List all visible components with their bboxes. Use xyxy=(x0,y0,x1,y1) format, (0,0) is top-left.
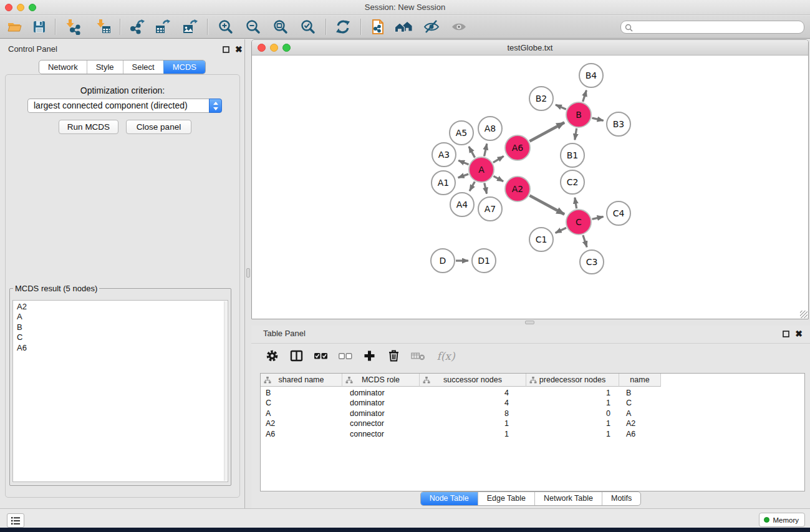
graph-edge[interactable] xyxy=(485,183,487,193)
graph-edge[interactable] xyxy=(583,235,587,247)
mcds-result-group: MCDS result (5 nodes) A2ABCA6 xyxy=(9,284,231,486)
table-row[interactable]: A2connector11A2 xyxy=(261,418,804,428)
refresh-icon[interactable] xyxy=(334,18,352,36)
graph-edge[interactable] xyxy=(458,160,468,165)
table-cell: A xyxy=(261,409,342,418)
column-header[interactable]: predecessor nodes xyxy=(526,374,619,387)
show-columns-icon[interactable] xyxy=(289,349,304,363)
tab-select[interactable]: Select xyxy=(123,60,163,74)
tab-edge-table[interactable]: Edge Table xyxy=(478,492,534,505)
app-titlebar: Session: New Session xyxy=(0,0,810,15)
tab-network-table[interactable]: Network Table xyxy=(534,492,602,505)
function-builder-icon[interactable]: f(x) xyxy=(435,349,456,363)
mcds-result-item[interactable]: C xyxy=(13,332,228,342)
table-row[interactable]: Bdominator41B xyxy=(261,388,804,398)
mcds-result-list[interactable]: A2ABCA6 xyxy=(12,300,228,482)
add-row-icon[interactable] xyxy=(362,349,377,363)
zoom-selected-icon[interactable] xyxy=(299,18,317,36)
export-table-icon[interactable] xyxy=(154,18,171,36)
tab-node-table[interactable]: Node Table xyxy=(421,492,478,505)
graph-edge[interactable] xyxy=(470,181,475,191)
network-window-title: testGlobe.txt xyxy=(252,40,808,56)
network-canvas[interactable]: B4B2BB3A5A8A6A3B1AA1C2A2A4A7C4CC1C3DD1 xyxy=(252,56,808,319)
status-bar: Memory xyxy=(0,508,810,528)
optimization-criterion-label: Optimization criterion: xyxy=(6,85,239,95)
zoom-out-icon[interactable] xyxy=(244,18,262,36)
table-cell: 1 xyxy=(526,388,619,398)
graph-node-label: A1 xyxy=(438,178,449,188)
graph-edge[interactable] xyxy=(469,147,475,158)
table-row[interactable]: Adominator80A xyxy=(261,409,804,418)
delete-row-icon[interactable] xyxy=(387,349,401,363)
import-table-icon[interactable] xyxy=(95,18,112,36)
float-panel-icon[interactable] xyxy=(223,46,229,53)
close-table-panel-icon[interactable]: ✖ xyxy=(795,329,803,338)
column-header[interactable]: name xyxy=(619,374,661,387)
window-resize-grip[interactable] xyxy=(800,311,808,318)
column-header[interactable]: shared name xyxy=(261,374,342,387)
graph-edge[interactable] xyxy=(592,118,603,120)
graph-edge[interactable] xyxy=(583,90,587,102)
table-row[interactable]: A6connector11A6 xyxy=(261,429,804,439)
graph-edge[interactable] xyxy=(529,195,564,214)
graph-edge[interactable] xyxy=(556,228,566,233)
horizontal-split-grabber[interactable] xyxy=(525,321,534,324)
graph-node-label: A7 xyxy=(485,204,496,214)
hide-panel-icon[interactable] xyxy=(423,18,440,36)
table-row[interactable]: Cdominator41C xyxy=(261,398,804,408)
tab-style[interactable]: Style xyxy=(87,60,123,74)
graph-edge[interactable] xyxy=(575,198,577,209)
delete-table-icon[interactable] xyxy=(411,349,425,363)
float-table-panel-icon[interactable] xyxy=(783,331,789,337)
mcds-result-item[interactable]: A2 xyxy=(13,302,228,312)
graph-edge[interactable] xyxy=(485,143,487,156)
graph-edge[interactable] xyxy=(458,174,469,178)
memory-button[interactable]: Memory xyxy=(759,513,805,527)
column-header[interactable]: MCDS role xyxy=(342,374,420,387)
zoom-in-icon[interactable] xyxy=(217,18,234,36)
graph-edge[interactable] xyxy=(493,176,503,181)
graph-node-label: C xyxy=(576,217,582,227)
home-icon[interactable] xyxy=(395,18,412,36)
zoom-fit-icon[interactable] xyxy=(272,18,289,36)
graph-edge[interactable] xyxy=(592,216,603,219)
network-graph[interactable]: B4B2BB3A5A8A6A3B1AA1C2A2A4A7C4CC1C3DD1 xyxy=(252,56,808,319)
graph-edge[interactable] xyxy=(529,122,564,141)
vertical-split-grabber[interactable] xyxy=(246,268,250,278)
table-cell: 4 xyxy=(420,398,526,408)
node-table[interactable]: shared nameMCDS rolesuccessor nodesprede… xyxy=(260,373,805,491)
export-network-icon[interactable] xyxy=(128,18,146,36)
task-history-button[interactable] xyxy=(7,513,24,528)
settings-gear-icon[interactable] xyxy=(265,349,279,363)
tab-mcds[interactable]: MCDS xyxy=(163,60,205,74)
graph-edge[interactable] xyxy=(556,105,566,109)
close-panel-icon[interactable]: ✖ xyxy=(235,45,243,54)
graph-node-label: B1 xyxy=(567,150,579,160)
close-panel-button[interactable]: Close panel xyxy=(126,120,191,134)
export-image-icon[interactable] xyxy=(181,18,199,36)
mcds-result-item[interactable]: A6 xyxy=(13,343,228,353)
list-scrollbar[interactable] xyxy=(224,301,227,481)
mcds-result-item[interactable]: B xyxy=(13,322,228,332)
open-session-doc-icon[interactable] xyxy=(369,18,387,36)
open-file-icon[interactable] xyxy=(6,18,24,36)
graph-edge[interactable] xyxy=(493,156,504,162)
table-cell: B xyxy=(619,388,661,398)
search-input[interactable] xyxy=(620,21,804,34)
save-session-icon[interactable] xyxy=(31,18,48,36)
tab-network[interactable]: Network xyxy=(39,60,87,74)
select-all-checkboxes-icon[interactable] xyxy=(314,349,328,363)
mcds-result-item[interactable]: A xyxy=(13,312,228,322)
import-network-icon[interactable] xyxy=(64,18,82,36)
table-cell: dominator xyxy=(342,398,420,408)
tab-motifs[interactable]: Motifs xyxy=(602,492,640,505)
criterion-value: largest connected component (directed) xyxy=(34,99,188,112)
deselect-all-checkboxes-icon[interactable] xyxy=(338,349,352,363)
criterion-dropdown[interactable]: largest connected component (directed) xyxy=(27,99,222,113)
column-edit-icon xyxy=(345,377,353,384)
run-mcds-button[interactable]: Run MCDS xyxy=(59,120,118,134)
column-header[interactable]: successor nodes xyxy=(420,374,526,387)
graph-edge[interactable] xyxy=(575,128,577,140)
graph-node-label: C3 xyxy=(586,257,598,267)
show-panel-icon[interactable] xyxy=(450,18,468,36)
